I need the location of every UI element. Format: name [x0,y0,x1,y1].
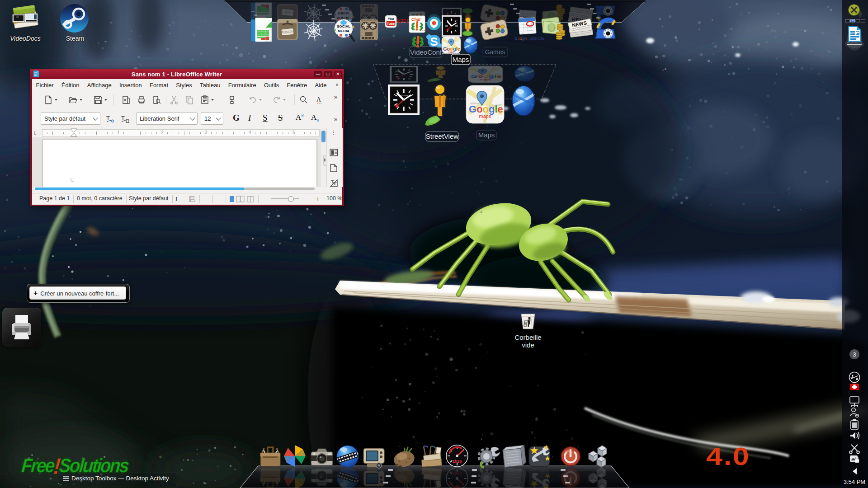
svg-text:3: 3 [853,351,856,358]
svg-text:Maps: Maps [453,56,469,63]
svg-text:A: A [316,96,321,103]
svg-text:Google calendar: Google calendar [514,36,544,41]
svg-text:VideoConf: VideoConf [410,48,442,56]
svg-text:3:54 PM: 3:54 PM [844,479,865,485]
svg-text:Games: Games [485,48,505,56]
svg-text:StreetView: StreetView [426,132,458,140]
svg-text:T: T [333,181,337,186]
svg-text:Maps: Maps [478,131,495,139]
